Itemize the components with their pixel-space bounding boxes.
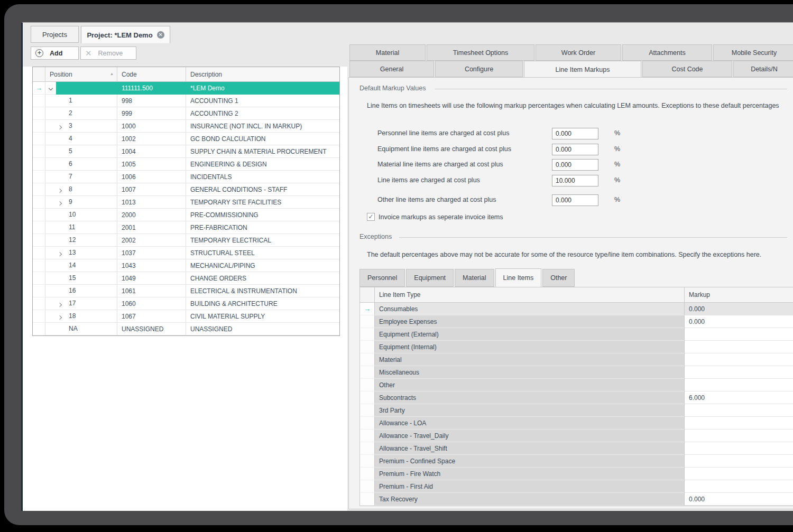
markup-cell[interactable]: [685, 468, 793, 480]
line-items-markup-input[interactable]: [552, 175, 598, 186]
tree-header-code[interactable]: Code: [117, 67, 186, 81]
tab-projects[interactable]: Projects: [31, 26, 79, 43]
exception-row[interactable]: Allowance - LOA: [360, 417, 793, 430]
tree-root-toggle-cell[interactable]: [45, 323, 56, 335]
tree-row[interactable]: →111111.500*LEM Demo: [33, 82, 339, 95]
expand-chevron-icon[interactable]: [58, 315, 62, 320]
expand-toggle[interactable]: [58, 301, 61, 308]
exception-row[interactable]: Miscellaneous: [360, 366, 793, 379]
tree-root-toggle-cell[interactable]: [45, 221, 56, 234]
markup-cell[interactable]: [685, 455, 793, 468]
tree-row[interactable]: 151049CHANGE ORDERS: [33, 272, 339, 285]
markup-cell[interactable]: [685, 480, 793, 493]
subtab-material[interactable]: Material: [455, 269, 494, 287]
tree-row[interactable]: 141043MECHANICAL/PIPING: [33, 259, 339, 272]
subtab-line-items[interactable]: Line Items: [495, 268, 542, 287]
exception-row[interactable]: Material: [360, 353, 793, 366]
tab-details-notes[interactable]: Details/N: [733, 61, 793, 77]
tree-row[interactable]: 41002GC BOND CALCULATION: [33, 133, 339, 145]
tree-header-position[interactable]: Position ▲: [45, 67, 117, 81]
markup-cell[interactable]: [685, 417, 793, 430]
subtab-other[interactable]: Other: [542, 269, 575, 287]
tab-general[interactable]: General: [349, 61, 434, 77]
tree-row[interactable]: 171060BUILDING & ARCHITECTURE: [33, 297, 339, 310]
tree-row[interactable]: 181067CIVIL MATERIAL SUPPLY: [33, 310, 339, 323]
tree-row[interactable]: 122002TEMPORARY ELECTRICAL: [33, 234, 339, 247]
expand-chevron-icon[interactable]: [58, 201, 62, 206]
tree-row[interactable]: 81007GENERAL CONDITIONS - STAFF: [33, 183, 339, 196]
markup-cell[interactable]: [685, 379, 793, 391]
close-tab-icon[interactable]: ✕: [157, 31, 164, 39]
tab-line-item-markups[interactable]: Line Item Markups: [524, 61, 641, 77]
expand-toggle[interactable]: [58, 250, 61, 257]
tab-timesheet-options[interactable]: Timesheet Options: [427, 44, 534, 61]
tree-root-toggle-cell[interactable]: [45, 171, 56, 183]
markup-cell[interactable]: 0.000: [685, 493, 793, 506]
tree-root-toggle-cell[interactable]: [45, 247, 56, 259]
markup-cell[interactable]: [685, 353, 793, 366]
tree-row[interactable]: 2999ACCOUNTING 2: [33, 107, 339, 120]
tree-root-toggle-cell[interactable]: [45, 133, 56, 145]
expand-toggle[interactable]: [58, 199, 61, 207]
exception-row[interactable]: Allowance - Travel_Shift: [360, 442, 793, 455]
tree-root-toggle-cell[interactable]: [45, 107, 56, 120]
expand-chevron-icon[interactable]: [58, 125, 62, 129]
tree-root-toggle-cell[interactable]: [45, 95, 56, 107]
tree-root-toggle-cell[interactable]: [45, 145, 56, 158]
other-markup-input[interactable]: [552, 194, 598, 206]
personnel-markup-input[interactable]: [552, 128, 598, 139]
expand-chevron-icon[interactable]: [58, 303, 62, 307]
expand-chevron-icon[interactable]: [58, 189, 62, 193]
tree-root-toggle-cell[interactable]: [45, 158, 56, 171]
markup-cell[interactable]: [685, 430, 793, 442]
exception-row[interactable]: →Consumables0.000: [360, 303, 793, 315]
tree-root-toggle-cell[interactable]: [45, 297, 56, 310]
exceptions-header-markup[interactable]: Markup: [685, 287, 793, 302]
tree-root-toggle-cell[interactable]: [45, 196, 56, 209]
tree-root-toggle-cell[interactable]: [45, 82, 56, 95]
tree-root-toggle-cell[interactable]: [45, 234, 56, 247]
collapse-chevron-icon[interactable]: [49, 86, 53, 90]
tree-row[interactable]: 61005ENGINEERING & DESIGN: [33, 158, 339, 171]
markup-cell[interactable]: [685, 442, 793, 455]
exception-row[interactable]: Equipment (External): [360, 328, 793, 341]
subtab-personnel[interactable]: Personnel: [359, 269, 405, 287]
exceptions-header-line-item-type[interactable]: Line Item Type: [375, 287, 685, 302]
tree-root-toggle-cell[interactable]: [45, 183, 56, 196]
expand-toggle[interactable]: [58, 313, 61, 321]
expand-toggle[interactable]: [58, 186, 61, 194]
exception-row[interactable]: Other: [360, 379, 793, 391]
expand-chevron-icon[interactable]: [58, 252, 62, 256]
tab-mobile-security[interactable]: Mobile Security: [713, 44, 793, 61]
tab-configure[interactable]: Configure: [435, 61, 523, 77]
tree-root-toggle-cell[interactable]: [45, 272, 56, 285]
tree-root-toggle-cell[interactable]: [45, 285, 56, 297]
tree-row[interactable]: 112001PRE-FABRICATION: [33, 221, 339, 234]
tree-root-toggle-cell[interactable]: [45, 310, 56, 323]
exception-row[interactable]: Subcontracts6.000: [360, 391, 793, 404]
tree-root-toggle-cell[interactable]: [45, 120, 56, 133]
markup-cell[interactable]: [685, 328, 793, 341]
exception-row[interactable]: Premium - Fire Watch: [360, 468, 793, 480]
tree-root-toggle-cell[interactable]: [45, 209, 56, 221]
tree-row[interactable]: 102000PRE-COMMISSIONING: [33, 209, 339, 221]
tree-row[interactable]: NAUNASSIGNEDUNASSIGNED: [33, 323, 339, 335]
tab-material[interactable]: Material: [349, 44, 426, 61]
markup-cell[interactable]: 0.000: [685, 303, 793, 315]
exception-row[interactable]: Equipment (Internal): [360, 341, 793, 353]
remove-button[interactable]: ✕ Remove: [80, 46, 136, 60]
invoice-markups-checkbox[interactable]: ✓: [367, 213, 375, 221]
tree-row[interactable]: 31000INSURANCE (NOT INCL. IN MARKUP): [33, 120, 339, 133]
subtab-equipment[interactable]: Equipment: [406, 269, 454, 287]
material-markup-input[interactable]: [552, 159, 598, 171]
tree-row[interactable]: 131037STRUCTURAL STEEL: [33, 247, 339, 259]
tree-row[interactable]: 161061ELECTRICAL & INSTRUMENTATION: [33, 285, 339, 297]
tab-cost-code[interactable]: Cost Code: [642, 61, 732, 77]
markup-cell[interactable]: 6.000: [685, 391, 793, 404]
equipment-markup-input[interactable]: [552, 144, 598, 155]
tab-attachments[interactable]: Attachments: [622, 44, 712, 61]
tree-row[interactable]: 71006INCIDENTALS: [33, 171, 339, 183]
markup-cell[interactable]: [685, 404, 793, 417]
tree-row[interactable]: 51004SUPPLY CHAIN & MATERIAL PROCUREMENT: [33, 145, 339, 158]
exception-row[interactable]: Employee Expenses0.000: [360, 315, 793, 328]
